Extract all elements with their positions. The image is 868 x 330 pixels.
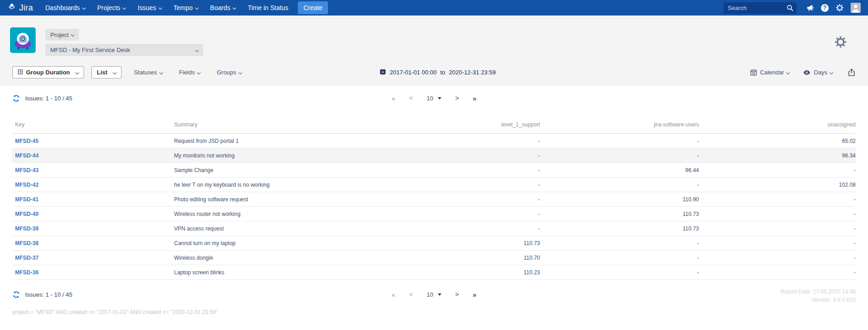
time-in-status-table: Key Summary level_1_support jira-softwar… <box>12 110 856 280</box>
chevron-down-icon <box>233 6 236 10</box>
issue-key-link[interactable]: MFSD-44 <box>15 152 38 159</box>
unassigned-value-cell: 65.02 <box>699 134 856 148</box>
level-1-support-value-cell: 110.23 <box>445 265 540 280</box>
date-to[interactable]: 2020-12-31 23:59 <box>449 69 496 76</box>
issue-summary-cell: Cannot turn on my laptop <box>171 236 445 251</box>
issue-key-link[interactable]: MFSD-40 <box>15 211 38 217</box>
pagination-next-button[interactable]: > <box>455 291 459 298</box>
jira-software-users-value-cell: - <box>540 236 699 251</box>
report-meta: Report Date: 27.05.2020 14:36 Version: 4… <box>780 288 856 304</box>
unassigned-value-cell: - <box>699 251 856 265</box>
level-1-support-value-cell: - <box>445 178 540 192</box>
calendar-type-dropdown[interactable]: Calendar <box>750 69 790 76</box>
group-duration-button[interactable]: Group Duration <box>12 66 84 79</box>
jira-software-users-value-cell: - <box>540 178 699 192</box>
project-header-panel: Project MFSD - My First Service Desk <box>0 16 868 86</box>
groups-dropdown[interactable]: Groups <box>217 69 242 76</box>
column-header-level-1-support: level_1_support <box>445 110 540 134</box>
issue-key-cell: MFSD-40 <box>12 207 171 221</box>
issue-key-link[interactable]: MFSD-38 <box>15 240 38 246</box>
column-header-summary: Summary <box>171 110 445 134</box>
toolbar-right-group: Calendar Days <box>750 68 856 77</box>
issue-key-cell: MFSD-36 <box>12 265 171 280</box>
nav-item-boards[interactable]: Boards <box>204 0 242 16</box>
chevron-down-icon <box>830 70 833 74</box>
refresh-icon[interactable] <box>12 291 20 299</box>
jira-software-users-value-cell: 110.90 <box>540 192 699 207</box>
table-row: MFSD-39 VPN access request - 110.73 - <box>12 221 856 236</box>
date-from[interactable]: 2017-01-01 00:00 <box>390 69 437 76</box>
table-header-row: Key Summary level_1_support jira-softwar… <box>12 110 856 134</box>
page-size-select[interactable]: 10 <box>427 291 441 298</box>
project-scope-button[interactable]: Project <box>45 29 79 41</box>
table-row: MFSD-44 My monitoris not working - - 96.… <box>12 148 856 163</box>
top-nav-bar: Jira Dashboards Projects Issues Tempo Bo… <box>0 0 868 16</box>
chevron-down-icon <box>195 48 199 52</box>
chevron-down-icon <box>71 33 74 37</box>
announcements-icon[interactable] <box>806 4 814 12</box>
table-row: MFSD-36 Laptop screen blinks 110.23 - - <box>12 265 856 280</box>
chevron-down-icon <box>238 70 242 74</box>
help-icon[interactable]: ? <box>821 4 829 12</box>
issue-summary-cell: he leer T on my keyboard is no working <box>171 178 445 192</box>
jira-software-users-value-cell: - <box>540 265 699 280</box>
nav-item-tempo[interactable]: Tempo <box>168 0 204 16</box>
nav-item-projects[interactable]: Projects <box>91 0 132 16</box>
level-1-support-value-cell: - <box>445 148 540 163</box>
user-avatar[interactable] <box>851 3 861 13</box>
issue-key-link[interactable]: MFSD-45 <box>15 138 38 144</box>
export-icon[interactable] <box>847 68 856 77</box>
jira-logo-icon <box>7 2 16 13</box>
pagination-last-button[interactable]: » <box>472 291 476 299</box>
table-row: MFSD-41 Photo editing software request -… <box>12 192 856 207</box>
page-size-select[interactable]: 10 <box>427 95 441 102</box>
level-1-support-value-cell: - <box>445 192 540 207</box>
issue-key-link[interactable]: MFSD-43 <box>15 167 38 173</box>
eye-icon <box>803 70 810 75</box>
issue-summary-cell: Wireless router not working <box>171 207 445 221</box>
pagination-first-button[interactable]: « <box>392 291 395 299</box>
issue-summary-cell: My monitoris not working <box>171 148 445 163</box>
unassigned-value-cell: 96.34 <box>699 148 856 163</box>
issues-bar-bottom: Issues: 1 - 10 / 45 « < 10 > » Report Da… <box>0 281 868 308</box>
issues-bar-top: Issues: 1 - 10 / 45 « < 10 > » <box>0 86 868 110</box>
report-version: Version: 4.8.0.653 <box>780 296 856 304</box>
time-unit-dropdown[interactable]: Days <box>803 69 833 76</box>
issue-key-link[interactable]: MFSD-39 <box>15 225 38 232</box>
pagination-prev-button[interactable]: < <box>409 291 413 298</box>
fields-dropdown[interactable]: Fields <box>179 69 201 76</box>
nav-item-issues[interactable]: Issues <box>132 0 167 16</box>
date-range-picker[interactable]: 2017-01-01 00:00 to 2020-12-31 23:59 <box>380 66 496 79</box>
create-button[interactable]: Create <box>298 1 328 14</box>
level-1-support-value-cell: - <box>445 221 540 236</box>
search-box <box>724 2 797 14</box>
jira-logo[interactable]: Jira <box>7 2 33 13</box>
project-avatar[interactable] <box>10 27 36 55</box>
statuses-dropdown[interactable]: Statuses <box>134 69 163 76</box>
issue-key-cell: MFSD-41 <box>12 192 171 207</box>
issue-key-link[interactable]: MFSD-41 <box>15 196 38 203</box>
unassigned-value-cell: 102.08 <box>699 178 856 192</box>
nav-item-time-in-status[interactable]: Time in Status <box>242 0 294 16</box>
project-select[interactable]: MFSD - My First Service Desk <box>45 44 203 56</box>
view-mode-list-button[interactable]: List <box>91 66 122 79</box>
pagination-prev-button[interactable]: < <box>409 94 413 102</box>
issue-key-cell: MFSD-43 <box>12 163 171 178</box>
issue-key-link[interactable]: MFSD-36 <box>15 269 38 276</box>
issue-key-link[interactable]: MFSD-37 <box>15 255 38 261</box>
project-select-value: MFSD - My First Service Desk <box>50 47 130 53</box>
search-icon[interactable] <box>787 5 794 13</box>
settings-gear-icon[interactable] <box>836 4 844 12</box>
pagination-last-button[interactable]: » <box>472 94 476 102</box>
issue-key-link[interactable]: MFSD-42 <box>15 182 38 188</box>
nav-item-dashboards[interactable]: Dashboards <box>39 0 91 16</box>
report-settings-gear-icon[interactable] <box>834 36 847 50</box>
pagination-first-button[interactable]: « <box>392 94 395 102</box>
table-row: MFSD-38 Cannot turn on my laptop 110.73 … <box>12 236 856 251</box>
pagination-next-button[interactable]: > <box>455 94 459 102</box>
table-row: MFSD-40 Wireless router not working - 11… <box>12 207 856 221</box>
search-input[interactable] <box>724 2 797 14</box>
report-toolbar: Group Duration List Statuses Fields Grou… <box>0 66 868 79</box>
refresh-icon[interactable] <box>12 94 20 102</box>
unassigned-value-cell: - <box>699 265 856 280</box>
